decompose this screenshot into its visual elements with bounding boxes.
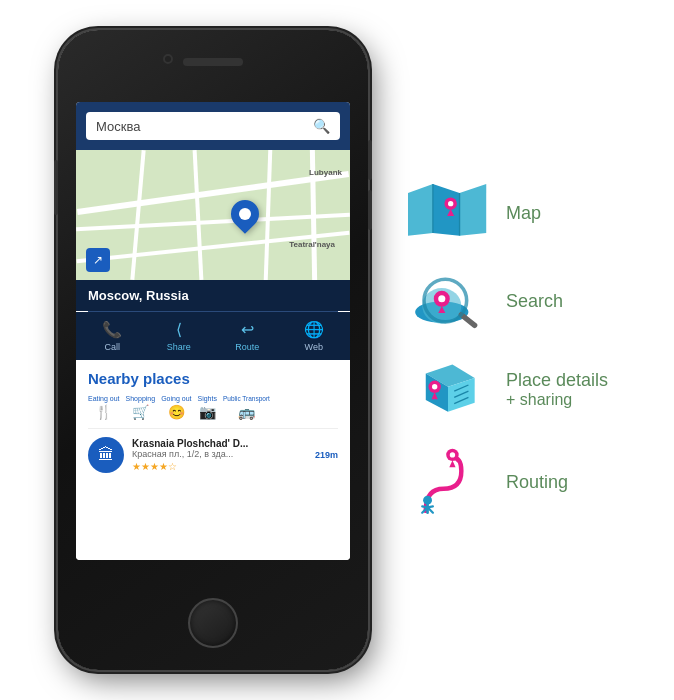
routing-feature-label: Routing xyxy=(506,472,616,493)
map-street xyxy=(130,150,145,280)
call-label: Call xyxy=(104,342,120,352)
location-bar: Moscow, Russia xyxy=(76,280,350,311)
call-button[interactable]: 📞 Call xyxy=(102,320,122,352)
map-nav-icon[interactable]: ↗ xyxy=(86,248,110,272)
share-icon: ⟨ xyxy=(176,320,182,339)
volume-button-2 xyxy=(368,190,372,230)
search-icon: 🔍 xyxy=(313,118,330,134)
place-stars: ★★★★☆ xyxy=(132,461,307,472)
route-icon: ↩ xyxy=(241,320,254,339)
place-address: Красная пл., 1/2, в зда... xyxy=(132,449,307,459)
map-label-teatralnaya: Teatral'naya xyxy=(289,240,335,249)
map-pin-circle xyxy=(225,194,265,234)
route-button[interactable]: ↩ Route xyxy=(235,320,259,352)
phone-camera xyxy=(163,54,173,64)
volume-button xyxy=(368,140,372,180)
action-buttons: 📞 Call ⟨ Share ↩ Route 🌐 Web xyxy=(76,312,350,360)
call-icon: 📞 xyxy=(102,320,122,339)
route-label: Route xyxy=(235,342,259,352)
going-out-icon: 😊 xyxy=(168,404,185,420)
search-feature-label: Search xyxy=(506,291,616,312)
svg-marker-0 xyxy=(408,184,433,236)
main-container: Москва 🔍 Lubyank Teatral'naya xyxy=(0,0,674,700)
svg-point-6 xyxy=(448,201,453,206)
place-distance: 219m xyxy=(315,450,338,460)
category-tabs: Eating out 🍴 Shopping 🛒 Going out 😊 Sigh… xyxy=(88,395,338,420)
map-area[interactable]: Lubyank Teatral'naya ↗ xyxy=(76,150,350,280)
cat-label-transport: Public Transport xyxy=(223,395,270,402)
phone-screen: Москва 🔍 Lubyank Teatral'naya xyxy=(76,102,350,560)
cat-tab-eating[interactable]: Eating out 🍴 xyxy=(88,395,120,420)
nearby-title: Nearby places xyxy=(88,370,338,387)
transport-icon: 🚌 xyxy=(238,404,255,420)
cat-tab-transport[interactable]: Public Transport 🚌 xyxy=(223,395,270,420)
web-label: Web xyxy=(305,342,323,352)
search-bar: Москва 🔍 xyxy=(76,102,350,150)
cat-label-sights: Sights xyxy=(197,395,216,402)
svg-marker-1 xyxy=(433,184,460,236)
svg-line-13 xyxy=(461,315,474,326)
svg-point-27 xyxy=(423,496,432,505)
map-street xyxy=(76,213,350,231)
place-feature-label-line2: + sharing xyxy=(506,391,608,409)
eating-icon: 🍴 xyxy=(95,404,112,420)
svg-marker-2 xyxy=(460,184,487,236)
home-button[interactable] xyxy=(188,598,238,648)
shopping-icon: 🛒 xyxy=(132,404,149,420)
map-pin-inner xyxy=(237,206,254,223)
power-button xyxy=(54,160,58,215)
svg-point-25 xyxy=(450,452,455,457)
svg-point-19 xyxy=(432,384,437,389)
feature-search: Search xyxy=(408,271,616,331)
location-text: Moscow, Russia xyxy=(88,288,189,303)
share-button[interactable]: ⟨ Share xyxy=(167,320,191,352)
nearby-section: Nearby places Eating out 🍴 Shopping 🛒 Go… xyxy=(76,360,350,560)
sights-icon: 📷 xyxy=(199,404,216,420)
map-feature-label: Map xyxy=(506,203,616,224)
navigation-arrow-icon: ↗ xyxy=(93,253,103,267)
svg-point-11 xyxy=(438,295,445,302)
web-button[interactable]: 🌐 Web xyxy=(304,320,324,352)
cat-tab-shopping[interactable]: Shopping 🛒 xyxy=(126,395,156,420)
map-street xyxy=(193,150,204,280)
place-feature-icon xyxy=(408,359,488,419)
map-label-lubyanka: Lubyank xyxy=(309,168,342,177)
share-label: Share xyxy=(167,342,191,352)
place-feature-label: Place details + sharing xyxy=(506,370,608,409)
feature-routing: Routing xyxy=(408,447,616,517)
cat-label-shopping: Shopping xyxy=(126,395,156,402)
web-icon: 🌐 xyxy=(304,320,324,339)
search-input-field[interactable]: Москва 🔍 xyxy=(86,112,340,140)
feature-map: Map xyxy=(408,183,616,243)
place-name: Krasnaia Ploshchad' D... xyxy=(132,438,307,449)
map-feature-icon xyxy=(408,183,488,243)
map-street xyxy=(77,171,349,215)
routing-feature-icon xyxy=(408,447,488,517)
phone: Москва 🔍 Lubyank Teatral'naya xyxy=(58,30,368,670)
phone-speaker xyxy=(183,58,243,66)
map-pin xyxy=(231,200,259,228)
cat-label-eating: Eating out xyxy=(88,395,120,402)
map-street xyxy=(264,150,273,280)
place-item[interactable]: 🏛 Krasnaia Ploshchad' D... Красная пл., … xyxy=(88,428,338,481)
cat-tab-going[interactable]: Going out 😊 xyxy=(161,395,191,420)
place-feature-label-line1: Place details xyxy=(506,370,608,391)
svg-marker-26 xyxy=(449,460,455,467)
svg-line-32 xyxy=(428,506,433,507)
features-panel: Map Search xyxy=(398,183,616,517)
search-feature-icon xyxy=(408,271,488,331)
cat-tab-sights[interactable]: Sights 📷 xyxy=(197,395,216,420)
search-text: Москва xyxy=(96,119,140,134)
feature-place: Place details + sharing xyxy=(408,359,616,419)
place-icon: 🏛 xyxy=(88,437,124,473)
cat-label-going: Going out xyxy=(161,395,191,402)
place-info: Krasnaia Ploshchad' D... Красная пл., 1/… xyxy=(132,438,307,472)
